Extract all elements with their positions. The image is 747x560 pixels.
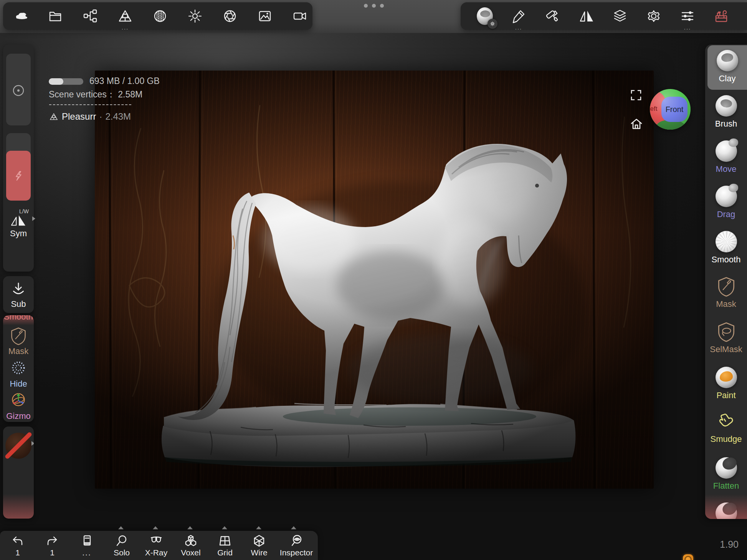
sub-icon [10, 281, 26, 297]
sculpture-scene[interactable] [95, 71, 654, 489]
tool-smooth[interactable]: Smooth [705, 226, 747, 271]
hide-dotted-icon [10, 359, 27, 376]
inspector-eye-icon [289, 534, 303, 548]
postprocess-button[interactable] [222, 8, 238, 24]
toolbox-button[interactable] [713, 8, 729, 24]
inspector-caret[interactable] [291, 526, 296, 529]
image-button[interactable] [257, 8, 273, 24]
undo-button[interactable]: 1 [0, 534, 35, 557]
top-toolbar-left: ... [3, 2, 312, 30]
undo-count: 1 [15, 548, 20, 557]
paint-roller-button[interactable] [544, 8, 560, 24]
wire-button[interactable]: Wire [242, 534, 276, 557]
node-graph-button[interactable] [82, 8, 98, 24]
tool-move[interactable]: Move [705, 136, 747, 180]
handle-dot [364, 4, 368, 8]
fullscreen-button[interactable] [630, 89, 642, 101]
grid-icon [218, 534, 232, 548]
orange-badge-ring [684, 556, 692, 560]
tool-selmask[interactable]: SelMask [705, 317, 747, 361]
video-button[interactable] [292, 8, 308, 24]
left-gizmo-label: Gizmo [3, 411, 34, 421]
wire-caret[interactable] [256, 526, 261, 529]
paint-sphere-icon [716, 367, 737, 388]
voxel-remesh-button[interactable]: ... [117, 8, 133, 24]
redo-button[interactable]: 1 [35, 534, 69, 557]
voxel-toggle-button[interactable]: Voxel [174, 534, 208, 557]
tool-smudge-label: Smudge [711, 434, 742, 444]
layers-button[interactable] [612, 8, 628, 24]
mask-shield-icon [10, 327, 27, 345]
solo-caret[interactable] [118, 526, 124, 529]
tool-brush[interactable]: Brush [705, 91, 747, 135]
inspector-label: Inspector [280, 548, 313, 557]
settings-gear-button[interactable] [646, 8, 662, 24]
tool-clay[interactable]: Clay [707, 45, 747, 90]
stroke-pencil-button[interactable]: ... [511, 8, 527, 24]
tool-flatten[interactable]: Flatten [705, 453, 747, 497]
hud-dashed-separator [49, 104, 131, 105]
material-expand-arrow[interactable] [31, 441, 34, 446]
voxel-caret[interactable] [187, 526, 193, 529]
tool-paint-label: Paint [716, 390, 735, 400]
viewport-canvas[interactable]: 693 MB / 1.00 GB Scene vertices： 2.58M P… [0, 33, 747, 560]
left-rail-material-toggle[interactable] [3, 427, 34, 519]
scene-vertices-label: Scene vertices： [49, 89, 116, 99]
clipped-tool-label: Smooth [4, 315, 33, 321]
material-settings-badge[interactable] [488, 19, 497, 29]
layer-vertex-count: 2.43M [105, 111, 131, 122]
layer-name: Pleasurr [62, 111, 96, 122]
scene-vertices-value: 2.58M [118, 89, 142, 99]
memory-progress-fill [49, 78, 63, 85]
home-button[interactable] [630, 117, 643, 130]
orange-notification-badge[interactable] [683, 554, 693, 560]
voxel-label: Voxel [181, 548, 200, 557]
voxel-cubes-icon [184, 534, 198, 548]
matcap-hatched-button[interactable] [152, 8, 168, 24]
layer-dot: · [99, 111, 102, 122]
symmetry-icon[interactable] [10, 212, 27, 227]
left-rail-sub[interactable]: Sub [3, 276, 34, 313]
scale-indicator: 1.90 [720, 539, 739, 550]
clipped-tool-item[interactable]: Smooth [3, 315, 34, 321]
sliders-overflow-dots: ... [684, 26, 691, 30]
radius-slider[interactable] [6, 54, 31, 125]
app-logo-button[interactable] [12, 8, 28, 24]
grid-caret[interactable] [222, 526, 227, 529]
material-sphere-button[interactable] [477, 8, 493, 24]
xray-label: X-Ray [145, 548, 167, 557]
sym-expand-arrow[interactable] [32, 216, 35, 221]
inspector-button[interactable]: Inspector [276, 534, 316, 557]
grid-button[interactable]: Grid [208, 534, 242, 557]
clay-sphere-icon [717, 50, 738, 71]
mirror-button[interactable] [578, 8, 594, 24]
system-handle[interactable] [364, 4, 384, 8]
memory-usage-text: 693 MB / 1.00 GB [89, 76, 160, 86]
intensity-slider[interactable] [6, 133, 31, 201]
top-toolbar-right: ... ... [461, 2, 747, 30]
sub-label: Sub [3, 299, 34, 309]
tool-drag[interactable]: Drag [705, 181, 747, 226]
intensity-bolt-icon [12, 169, 25, 182]
left-mask-label: Mask [3, 346, 34, 356]
solo-button[interactable]: Solo [104, 534, 139, 557]
active-layer-row[interactable]: Pleasurr · 2.43M [49, 111, 131, 122]
tool-paint[interactable]: Paint [705, 362, 747, 407]
app-stage: 693 MB / 1.00 GB Scene vertices： 2.58M P… [0, 0, 747, 560]
xray-button[interactable]: X-Ray [139, 534, 174, 557]
brush-sphere-icon [716, 95, 737, 117]
journal-button[interactable]: ... [69, 534, 104, 557]
tool-selmask-label: SelMask [710, 344, 742, 354]
handle-dot [380, 4, 384, 8]
grid-label: Grid [217, 548, 233, 557]
mask-shield-icon [717, 276, 736, 297]
orientation-gizmo[interactable]: Left Front [650, 89, 691, 130]
lighting-button[interactable] [187, 8, 203, 24]
xray-caret[interactable] [153, 526, 158, 529]
wire-label: Wire [251, 548, 267, 557]
sliders-button[interactable]: ... [679, 8, 696, 24]
folder-button[interactable] [47, 8, 63, 24]
bottom-toolbar: 1 1 ... Solo X-Ray Voxel Grid Wire [0, 531, 318, 560]
tool-mask[interactable]: Mask [705, 272, 747, 316]
tool-smudge[interactable]: Smudge [705, 407, 747, 452]
